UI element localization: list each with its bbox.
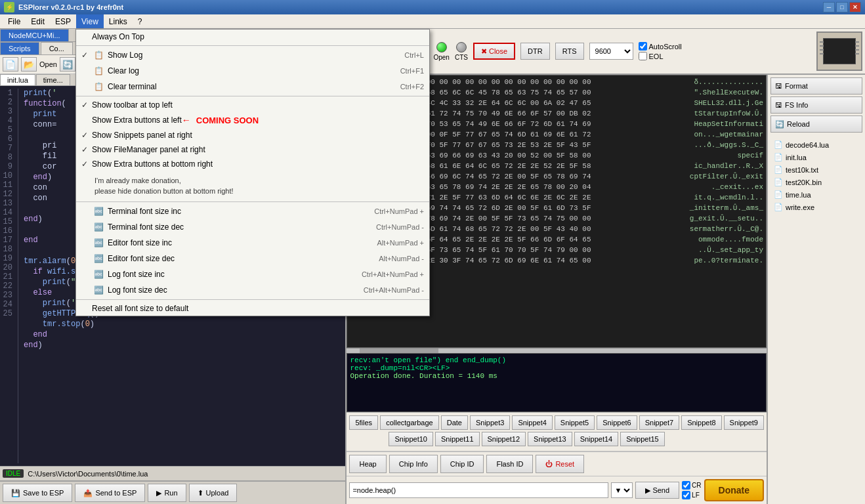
snippet-collectgarbage[interactable]: collectgarbage — [380, 415, 439, 430]
flash-id-button[interactable]: Flash ID — [486, 455, 533, 473]
log-font-dec-icon: 🔤 — [92, 285, 105, 295]
rts-button[interactable]: RTS — [555, 43, 584, 60]
file-icon: 📄 — [774, 190, 783, 199]
cts-label: CTS — [455, 54, 468, 61]
send-button[interactable]: ▶ Send — [635, 482, 679, 499]
snippet-10[interactable]: Snippet10 — [389, 432, 433, 446]
file-item-decode64[interactable]: 📄 decode64.lua — [770, 138, 862, 151]
menu-links[interactable]: Links — [104, 14, 133, 28]
snippet-13[interactable]: Snippet13 — [528, 432, 572, 446]
snippet-3[interactable]: Snippet3 — [470, 415, 510, 430]
snippet-12[interactable]: Snippet12 — [482, 432, 526, 446]
file-item-test10k[interactable]: 📄 test10k.txt — [770, 163, 862, 176]
cr-checkbox[interactable] — [682, 481, 690, 490]
snippet-9[interactable]: Snippet9 — [724, 415, 764, 430]
snippet-7[interactable]: Snippet7 — [639, 415, 679, 430]
autoscroll-area: AutoScroll EOL — [639, 42, 682, 60]
menu-terminal-font-dec[interactable]: 🔤 Terminal font size dec Ctrl+NumPad - — [76, 219, 429, 235]
chip-icon — [816, 32, 862, 71]
snippet-4[interactable]: Snippet4 — [512, 415, 552, 430]
menu-show-log[interactable]: ✓ 📋 Show Log Ctrl+L — [76, 47, 429, 63]
menu-clear-log[interactable]: 📋 Clear log Ctrl+F1 — [76, 63, 429, 79]
menu-log-font-dec[interactable]: 🔤 Log font size dec Ctrl+Alt+NumPad - — [76, 282, 429, 298]
log-font-inc-icon: 🔤 — [92, 269, 105, 280]
snippet-6[interactable]: Snippet6 — [597, 415, 637, 430]
clear-terminal-icon: 📋 — [92, 81, 105, 92]
snippet-8[interactable]: Snippet8 — [681, 415, 721, 430]
menu-filemanager-right[interactable]: ✓ Show FileManager panel at right — [76, 142, 429, 157]
menu-snippets-right[interactable]: ✓ Show Snippets panel at right — [76, 128, 429, 142]
menu-always-on-top[interactable]: Always On Top — [76, 30, 429, 44]
menu-file[interactable]: File — [3, 14, 26, 28]
snippet-11[interactable]: Snippet11 — [435, 432, 480, 446]
minimize-button[interactable]: ─ — [823, 2, 835, 12]
maximize-button[interactable]: □ — [836, 2, 848, 12]
app-icon: ⚡ — [4, 2, 14, 12]
cts-led — [456, 42, 467, 52]
snippet-row-2: Snippet10 Snippet11 Snippet12 Snippet13 … — [349, 432, 764, 446]
menu-reset-font[interactable]: Reset all font size to default — [76, 301, 429, 316]
menu-toolbar-top-left[interactable]: ✓ Show toolbar at top left — [76, 98, 429, 112]
fs-info-button[interactable]: 🖫 FS Info — [770, 96, 862, 114]
dropdown-overlay[interactable]: Always On Top ✓ 📋 Show Log Ctrl+L 📋 Clea… — [0, 29, 345, 504]
menu-help[interactable]: ? — [133, 14, 148, 28]
menu-extra-buttons-left[interactable]: Show Extra buttons at left ← COMING SOON — [76, 112, 429, 128]
menu-clear-terminal[interactable]: 📋 Clear terminal Ctrl+F2 — [76, 79, 429, 94]
snippet-15[interactable]: Snippet15 — [620, 432, 665, 446]
esp-buttons-area: Heap Chip Info Chip ID Flash ID ⏻ Reset — [347, 452, 767, 476]
menu-terminal-font-inc[interactable]: 🔤 Terminal font size inc Ctrl+NumPad + — [76, 203, 429, 219]
window-controls: ─ □ ✕ — [823, 2, 861, 12]
baud-rate-select[interactable]: 9600 115200 57600 — [589, 43, 633, 60]
file-icon: 📄 — [774, 165, 783, 174]
menu-editor-font-dec[interactable]: 🔤 Editor font size dec Alt+NumPad - — [76, 251, 429, 266]
snippet-5files[interactable]: 5files — [349, 415, 378, 430]
file-item-time[interactable]: 📄 time.lua — [770, 188, 862, 201]
terminal[interactable]: recv:an't open file") end end_dump() rec… — [347, 353, 767, 412]
reset-button[interactable]: ⏻ Reset — [536, 455, 584, 473]
hex-scrollbar[interactable] — [347, 348, 767, 353]
send-input[interactable] — [349, 482, 608, 498]
lf-checkbox[interactable] — [682, 491, 690, 499]
file-item-write[interactable]: 📄 write.exe — [770, 201, 862, 213]
left-panel: Always On Top ✓ 📋 Show Log Ctrl+L 📋 Clea… — [0, 29, 347, 504]
chip-id-button[interactable]: Chip ID — [440, 455, 484, 473]
menu-esp[interactable]: ESP — [50, 14, 76, 28]
separator-2 — [76, 96, 429, 96]
eol-checkbox[interactable] — [639, 52, 647, 60]
font-inc-icon: 🔤 — [92, 206, 105, 217]
menu-edit[interactable]: Edit — [26, 14, 50, 28]
menu-editor-font-inc[interactable]: 🔤 Editor font size inc Alt+NumPad + — [76, 235, 429, 251]
send-area: ▼ ▶ Send CR LF — [347, 476, 767, 504]
menu-log-font-inc[interactable]: 🔤 Log font size inc Ctrl+Alt+NumPad + — [76, 266, 429, 282]
file-icon: 📄 — [774, 178, 783, 186]
terminal-line: recv: _dump=nil<CR><LF> — [350, 364, 763, 372]
menu-view[interactable]: View — [76, 14, 104, 28]
app-title: ESPlorer v0.2.0-rc1 by 4refr0nt — [18, 3, 123, 11]
log-icon: 📋 — [92, 50, 105, 60]
font-dec-icon: 🔤 — [92, 222, 105, 232]
open-led — [436, 42, 447, 52]
snippet-row-1: 5files collectgarbage Date Snippet3 Snip… — [349, 415, 764, 430]
snippet-5[interactable]: Snippet5 — [555, 415, 595, 430]
open-label: Open — [433, 54, 449, 61]
main-container: Always On Top ✓ 📋 Show Log Ctrl+L 📋 Clea… — [0, 29, 865, 504]
close-button[interactable]: ✕ — [849, 2, 861, 12]
file-item-init[interactable]: 📄 init.lua — [770, 151, 862, 163]
snippet-date[interactable]: Date — [441, 415, 468, 430]
format-icon: 🖫 — [775, 82, 782, 90]
editor-font-dec-icon: 🔤 — [92, 253, 105, 264]
donate-button[interactable]: Donate — [704, 479, 764, 501]
reload-files-button[interactable]: 🔄 Reload — [770, 116, 862, 133]
file-item-test20k[interactable]: 📄 test20K.bin — [770, 176, 862, 188]
autoscroll-checkbox[interactable] — [639, 42, 647, 51]
menu-extra-buttons-bottom[interactable]: ✓ Show Extra buttons at bottom right — [76, 157, 429, 171]
donation-text: I'm already make donation,please hide do… — [76, 171, 429, 200]
dtr-button[interactable]: DTR — [520, 43, 550, 60]
chip-info-button[interactable]: Chip Info — [389, 455, 438, 473]
heap-button[interactable]: Heap — [349, 455, 386, 473]
close-com-button[interactable]: ✖ Close — [473, 43, 515, 60]
send-history-select[interactable]: ▼ — [611, 482, 633, 498]
format-button[interactable]: 🖫 Format — [770, 77, 862, 94]
checkbox-area: CR LF — [682, 481, 701, 499]
snippet-14[interactable]: Snippet14 — [574, 432, 619, 446]
